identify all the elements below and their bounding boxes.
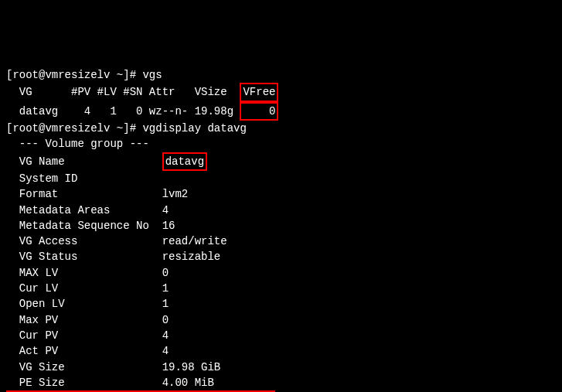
vg-size-row: VG Size 19.98 GiB <box>6 361 220 373</box>
system-id-row: System ID <box>6 172 162 185</box>
vg-name-value-highlight: datavg <box>162 152 207 171</box>
format-row: Format lvm2 <box>6 188 188 200</box>
vg-access-row: VG Access read/write <box>6 235 227 247</box>
max-pv-row: Max PV 0 <box>6 314 169 326</box>
max-lv-row: MAX LV 0 <box>6 267 169 279</box>
open-lv-row: Open LV 1 <box>6 298 169 310</box>
cur-lv-row: Cur LV 1 <box>6 282 169 295</box>
vgdisplay-header: --- Volume group --- <box>6 138 149 150</box>
act-pv-row: Act PV 4 <box>6 345 169 357</box>
command-vgdisplay: vgdisplay datavg <box>142 122 246 135</box>
command-vgs: vgs <box>142 69 162 81</box>
metadata-areas-row: Metadata Areas 4 <box>6 204 169 216</box>
vgs-row-vfree-highlight: 0 <box>240 102 278 121</box>
pe-size-row: PE Size 4.00 MiB <box>6 377 214 389</box>
vgs-header-left: VG #PV #LV #SN Attr VSize <box>6 86 240 98</box>
metadata-seq-row: Metadata Sequence No 16 <box>6 220 175 232</box>
vg-name-label: VG Name <box>6 155 162 168</box>
vgs-row-left: datavg 4 1 0 wz--n- 19.98g <box>6 105 240 118</box>
cur-pv-row: Cur PV 4 <box>6 329 169 342</box>
vgs-header-vfree-highlight: VFree <box>240 83 278 101</box>
vg-status-row: VG Status resizable <box>6 251 220 263</box>
prompt: [root@vmresizelv ~]# <box>6 122 142 135</box>
prompt: [root@vmresizelv ~]# <box>6 69 142 81</box>
